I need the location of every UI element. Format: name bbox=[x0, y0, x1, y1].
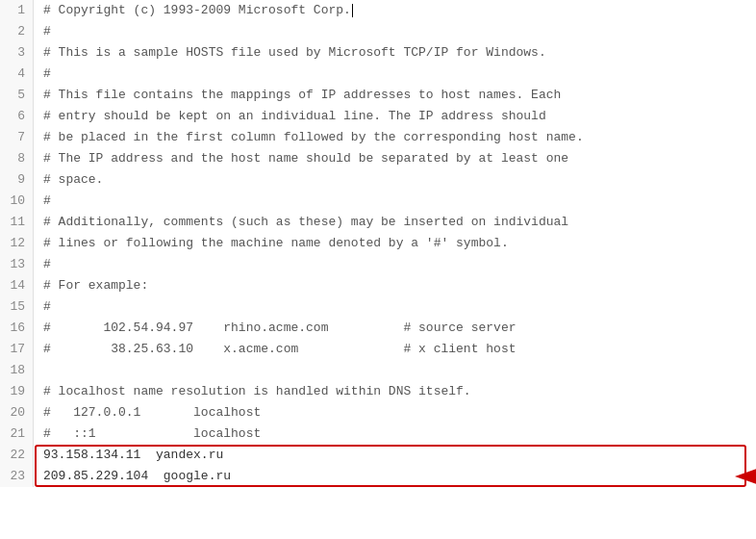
line-9: 9# space. bbox=[0, 169, 756, 191]
line-content-16[interactable]: # 102.54.94.97 rhino.acme.com # source s… bbox=[34, 318, 756, 339]
line-12: 12# lines or following the machine name … bbox=[0, 233, 756, 254]
line-number-9: 9 bbox=[0, 169, 34, 191]
line-number-10: 10 bbox=[0, 191, 34, 212]
line-8: 8# The IP address and the host name shou… bbox=[0, 148, 756, 169]
line-content-14[interactable]: # For example: bbox=[34, 275, 756, 296]
line-number-5: 5 bbox=[0, 85, 34, 106]
line-21: 21# ::1 localhost bbox=[0, 424, 756, 445]
line-number-16: 16 bbox=[0, 318, 34, 339]
line-content-8[interactable]: # The IP address and the host name shoul… bbox=[34, 148, 756, 169]
line-content-5[interactable]: # This file contains the mappings of IP … bbox=[34, 85, 756, 106]
line-2: 2# bbox=[0, 21, 756, 42]
line-content-13[interactable]: # bbox=[34, 254, 756, 275]
line-16: 16# 102.54.94.97 rhino.acme.com # source… bbox=[0, 318, 756, 339]
line-number-2: 2 bbox=[0, 21, 34, 42]
line-number-20: 20 bbox=[0, 402, 34, 424]
text-cursor bbox=[352, 4, 353, 17]
line-number-14: 14 bbox=[0, 275, 34, 296]
line-content-12[interactable]: # lines or following the machine name de… bbox=[34, 233, 756, 254]
line-content-15[interactable]: # bbox=[34, 296, 756, 318]
line-content-10[interactable]: # bbox=[34, 191, 756, 212]
line-content-3[interactable]: # This is a sample HOSTS file used by Mi… bbox=[34, 42, 756, 64]
line-content-17[interactable]: # 38.25.63.10 x.acme.com # x client host bbox=[34, 339, 756, 360]
line-20: 20# 127.0.0.1 localhost bbox=[0, 402, 756, 424]
line-23: 23209.85.229.104 google.ru bbox=[0, 466, 756, 487]
line-content-11[interactable]: # Additionally, comments (such as these)… bbox=[34, 212, 756, 233]
line-10: 10# bbox=[0, 191, 756, 212]
line-content-9[interactable]: # space. bbox=[34, 169, 756, 191]
line-number-4: 4 bbox=[0, 64, 34, 85]
line-number-21: 21 bbox=[0, 424, 34, 445]
line-number-8: 8 bbox=[0, 148, 34, 169]
line-content-21[interactable]: # ::1 localhost bbox=[34, 424, 756, 445]
line-number-19: 19 bbox=[0, 381, 34, 402]
line-number-17: 17 bbox=[0, 339, 34, 360]
line-number-22: 22 bbox=[0, 445, 34, 466]
line-number-1: 1 bbox=[0, 0, 34, 21]
line-number-18: 18 bbox=[0, 360, 34, 381]
line-content-7[interactable]: # be placed in the first column followed… bbox=[34, 127, 756, 148]
line-19: 19# localhost name resolution is handled… bbox=[0, 381, 756, 402]
editor: 1# Copyright (c) 1993-2009 Microsoft Cor… bbox=[0, 0, 756, 539]
line-content-6[interactable]: # entry should be kept on an individual … bbox=[34, 106, 756, 127]
line-4: 4# bbox=[0, 64, 756, 85]
line-content-22[interactable]: 93.158.134.11 yandex.ru bbox=[34, 445, 756, 466]
line-content-19[interactable]: # localhost name resolution is handled w… bbox=[34, 381, 756, 402]
line-13: 13# bbox=[0, 254, 756, 275]
line-number-12: 12 bbox=[0, 233, 34, 254]
line-18: 18 bbox=[0, 360, 756, 381]
line-11: 11# Additionally, comments (such as thes… bbox=[0, 212, 756, 233]
line-number-11: 11 bbox=[0, 212, 34, 233]
line-1: 1# Copyright (c) 1993-2009 Microsoft Cor… bbox=[0, 0, 756, 21]
lines-container: 1# Copyright (c) 1993-2009 Microsoft Cor… bbox=[0, 0, 756, 487]
line-content-2[interactable]: # bbox=[34, 21, 756, 42]
line-content-23[interactable]: 209.85.229.104 google.ru bbox=[34, 466, 756, 487]
line-content-20[interactable]: # 127.0.0.1 localhost bbox=[34, 402, 756, 424]
line-content-4[interactable]: # bbox=[34, 64, 756, 85]
line-number-3: 3 bbox=[0, 42, 34, 64]
line-content-1[interactable]: # Copyright (c) 1993-2009 Microsoft Corp… bbox=[34, 0, 756, 21]
line-number-6: 6 bbox=[0, 106, 34, 127]
line-6: 6# entry should be kept on an individual… bbox=[0, 106, 756, 127]
line-number-15: 15 bbox=[0, 296, 34, 318]
line-15: 15# bbox=[0, 296, 756, 318]
line-5: 5# This file contains the mappings of IP… bbox=[0, 85, 756, 106]
line-number-7: 7 bbox=[0, 127, 34, 148]
line-14: 14# For example: bbox=[0, 275, 756, 296]
line-3: 3# This is a sample HOSTS file used by M… bbox=[0, 42, 756, 64]
line-17: 17# 38.25.63.10 x.acme.com # x client ho… bbox=[0, 339, 756, 360]
line-22: 2293.158.134.11 yandex.ru bbox=[0, 445, 756, 466]
line-7: 7# be placed in the first column followe… bbox=[0, 127, 756, 148]
line-number-23: 23 bbox=[0, 466, 34, 487]
line-number-13: 13 bbox=[0, 254, 34, 275]
